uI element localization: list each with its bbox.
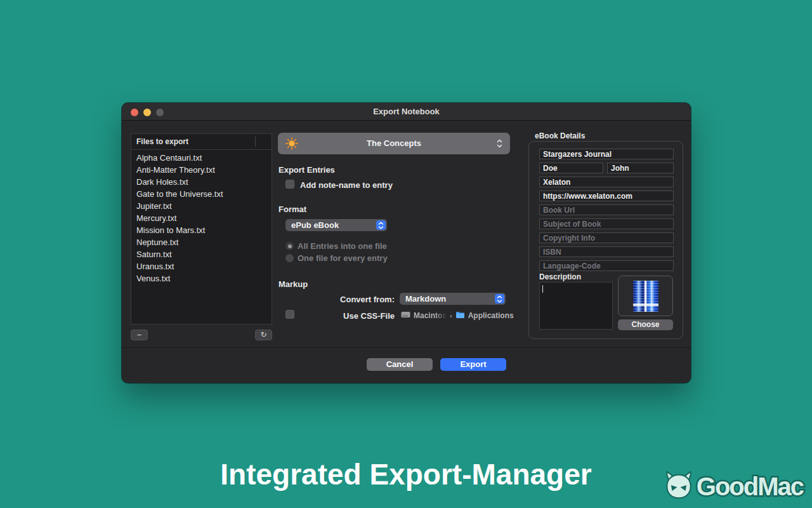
reload-button[interactable]: ↻ [255,330,272,340]
description-textarea[interactable] [539,282,613,330]
description-label: Description [539,272,581,281]
page: { "page": { "background_color": "#1f9585… [0,0,812,508]
use-css-checkbox[interactable] [285,310,294,319]
list-item[interactable]: Saturn.txt [131,248,272,260]
file-list: Alpha Centauri.txt Anti-Matter Theory.tx… [131,150,272,284]
one-file-radio[interactable] [285,254,294,262]
chevron-up-down-icon [497,138,502,149]
list-item[interactable]: Gate to the Universe.txt [131,188,272,200]
convert-from-label: Convert from: [312,295,395,304]
list-item[interactable]: Venus.txt [131,272,272,284]
list-item[interactable]: Uranus.txt [131,260,272,272]
window-title: Export Notebook [122,103,691,121]
zoom-window-button [156,109,164,116]
copyright-field[interactable] [539,232,674,243]
convert-from-dropdown[interactable]: Markdown [400,293,506,305]
folder-icon [455,311,465,321]
minimize-window-button[interactable] [143,109,151,116]
stepper-arrows-icon [376,220,386,230]
format-dropdown-value: ePub eBook [285,219,387,231]
use-css-label: Use CSS-File [312,311,395,321]
text-cursor [542,285,543,293]
cover-image-well[interactable] [618,276,673,316]
brand-name: GoodMac [697,472,803,501]
list-item[interactable]: Alpha Centauri.txt [131,152,272,164]
add-note-name-checkbox[interactable] [285,180,294,189]
export-button[interactable]: Export [440,358,506,371]
title-bar: Export Notebook [122,103,691,121]
author-lastname-field[interactable] [539,163,603,173]
language-code-field[interactable] [539,260,674,271]
all-entries-radio[interactable] [285,242,294,250]
book-title-field[interactable] [539,149,674,159]
add-note-name-label[interactable]: Add note-name to entry [300,180,393,190]
list-item[interactable]: Neptune.txt [131,236,272,248]
all-entries-radio-label[interactable]: All Entries into one file [298,241,387,251]
convert-from-dropdown-value: Markdown [400,293,506,305]
export-entries-heading: Export Entries [278,165,335,175]
subject-field[interactable] [539,218,674,229]
list-item[interactable]: Dark Holes.txt [131,176,272,188]
one-file-radio-label[interactable]: One file for every entry [298,253,388,263]
path-volume-label: Macintos [414,311,447,320]
devil-face-icon [662,470,695,503]
hard-drive-icon [401,311,410,321]
author-firstname-field[interactable] [607,163,674,173]
list-item[interactable]: Anti-Matter Theory.txt [131,164,272,176]
notebook-picker-value: The Concepts [278,133,510,154]
ebook-details-groupbox: Description Choose [528,141,683,339]
cancel-button[interactable]: Cancel [367,358,433,371]
sun-icon [285,137,299,150]
format-heading: Format [278,204,306,214]
format-dropdown[interactable]: ePub eBook [285,219,387,231]
list-item[interactable]: Mission to Mars.txt [131,224,272,236]
css-file-path[interactable]: Macintos › Applications [401,310,514,321]
path-chevron-icon: › [450,312,452,319]
list-item[interactable]: Mercury.txt [131,212,272,224]
publisher-field[interactable] [539,177,674,187]
files-to-export-panel: Files to export Alpha Centauri.txt Anti-… [131,133,272,324]
choose-cover-button[interactable]: Choose [618,319,673,330]
website-field[interactable] [539,190,674,201]
book-cover-thumbnail [633,281,658,312]
markup-heading: Markup [278,279,308,289]
close-window-button[interactable] [131,109,138,116]
book-url-field[interactable] [539,204,674,215]
isbn-field[interactable] [539,246,674,257]
list-item[interactable]: Jupiter.txt [131,200,272,212]
remove-file-button[interactable]: − [131,330,148,340]
column-divider[interactable] [255,137,256,147]
files-panel-header: Files to export [131,134,272,150]
stepper-arrows-icon [495,294,504,304]
brand-logo: GoodMac [662,470,803,503]
path-folder-label: Applications [468,311,514,320]
ebook-details-heading: eBook Details [535,131,585,140]
notebook-picker-dropdown[interactable]: The Concepts [278,133,510,154]
footer-divider [122,347,691,348]
export-notebook-window: Export Notebook Files to export Alpha Ce… [122,103,691,383]
files-panel-header-label: Files to export [136,137,188,146]
